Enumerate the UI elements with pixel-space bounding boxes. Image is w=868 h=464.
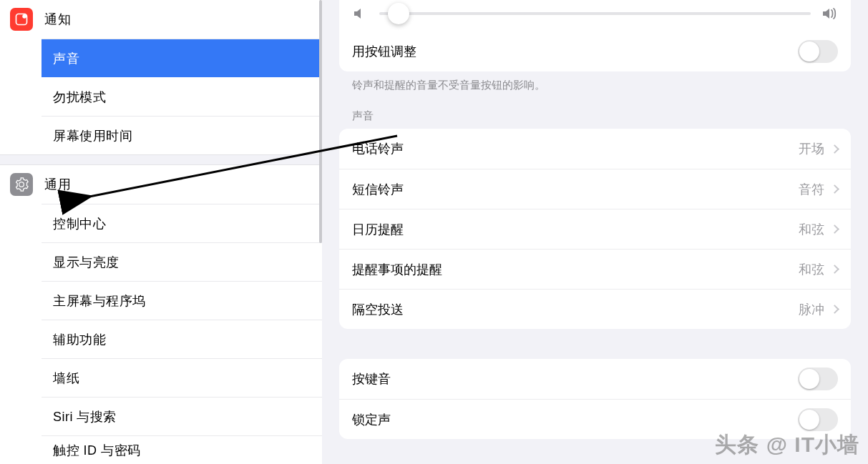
chevron-right-icon: [830, 144, 839, 154]
watermark: 头条 @ IT小墙: [715, 430, 859, 460]
settings-sidebar: 通知 声音 勿扰模式 屏幕使用时间 通用: [0, 0, 322, 464]
display-icon: AA: [10, 251, 33, 274]
svg-point-16: [16, 334, 27, 345]
cell-value: 音符: [799, 181, 824, 198]
svg-rect-15: [24, 303, 26, 305]
cell-label: 按键音: [352, 370, 391, 388]
sidebar-scrollbar[interactable]: [319, 0, 322, 243]
sidebar-divider: [0, 154, 322, 165]
svg-rect-14: [20, 303, 23, 305]
sidebar-item-label: 墙纸: [53, 370, 79, 387]
volume-slider-row[interactable]: [339, 0, 851, 31]
siri-icon: [10, 405, 33, 428]
svg-rect-12: [24, 300, 26, 302]
svg-point-5: [23, 224, 25, 227]
sidebar-item-label: 通用: [44, 176, 71, 193]
cell-airdrop[interactable]: 隔空投送 脉冲: [339, 289, 851, 329]
sidebar-item-accessibility[interactable]: 辅助功能: [42, 320, 322, 358]
homescreen-icon: [10, 290, 33, 312]
svg-rect-9: [24, 296, 26, 299]
svg-rect-10: [16, 300, 19, 302]
notification-icon: [10, 8, 33, 31]
chevron-right-icon: [830, 224, 839, 234]
svg-point-19: [20, 375, 22, 377]
cell-value: 和弦: [799, 261, 824, 278]
sidebar-item-display[interactable]: AA 显示与亮度: [42, 242, 322, 281]
sounds-block: 电话铃声 开场 短信铃声 音符 日历提醒 和弦 提醒事项的提醒 和弦 隔空投送 …: [339, 129, 851, 329]
sidebar-item-homescreen[interactable]: 主屏幕与程序坞: [42, 281, 322, 320]
sound-settings-detail: 用按钮调整 铃声和提醒的音量不受音量按钮的影响。 声音 电话铃声 开场 短信铃声…: [322, 0, 868, 464]
cell-texttone[interactable]: 短信铃声 音符: [339, 169, 851, 209]
footer-text: 铃声和提醒的音量不受音量按钮的影响。: [339, 71, 851, 92]
sidebar-item-label: 辅助功能: [53, 331, 106, 348]
cell-label: 短信铃声: [352, 181, 404, 198]
cell-keyboard-clicks[interactable]: 按键音: [339, 359, 851, 399]
sidebar-item-general[interactable]: 通用: [0, 165, 322, 204]
svg-rect-8: [20, 296, 23, 299]
cell-value: 开场: [799, 140, 824, 157]
sidebar-item-touchid[interactable]: 触控 ID 与密码: [42, 435, 322, 464]
sidebar-item-control-center[interactable]: 控制中心: [42, 204, 322, 242]
cell-ringtone[interactable]: 电话铃声 开场: [339, 129, 851, 169]
chevron-right-icon: [830, 305, 839, 314]
svg-point-23: [19, 414, 24, 419]
cell-reminder[interactable]: 提醒事项的提醒 和弦: [339, 249, 851, 289]
general-icon: [10, 173, 33, 196]
speaker-high-icon: [821, 5, 838, 22]
toggle-switch[interactable]: [798, 408, 838, 431]
touchid-icon: [10, 439, 33, 462]
sidebar-item-label: 声音: [53, 50, 79, 67]
sidebar-item-notifications[interactable]: 通知: [0, 0, 322, 39]
svg-point-18: [16, 373, 26, 382]
adjust-with-buttons-row[interactable]: 用按钮调整: [339, 31, 851, 71]
sidebar-item-siri[interactable]: Siri 与搜索: [42, 397, 322, 435]
cell-label: 提醒事项的提醒: [352, 261, 442, 278]
sidebar-item-label: 显示与亮度: [53, 254, 120, 271]
chevron-right-icon: [830, 184, 839, 194]
svg-point-1: [22, 14, 26, 19]
group-header-sounds: 声音: [339, 92, 851, 129]
sidebar-item-label: 控制中心: [53, 215, 106, 232]
sidebar-item-label: 主屏幕与程序坞: [53, 292, 146, 310]
control-center-icon: [10, 212, 33, 235]
speaker-low-icon: [352, 5, 369, 22]
toggles-block: 按键音 锁定声: [339, 359, 851, 439]
do-not-disturb-icon: [10, 86, 33, 109]
accessibility-icon: [10, 328, 33, 351]
sidebar-item-screentime[interactable]: 屏幕使用时间: [42, 116, 322, 154]
wallpaper-icon: [10, 367, 33, 390]
cell-value: 脉冲: [799, 301, 824, 318]
svg-rect-11: [20, 300, 23, 302]
cell-label: 隔空投送: [352, 301, 404, 318]
cell-label: 用按钮调整: [352, 43, 416, 60]
toggle-switch[interactable]: [798, 367, 838, 390]
sound-icon: [10, 47, 33, 70]
cell-label: 电话铃声: [352, 140, 404, 157]
sidebar-item-label: Siri 与搜索: [53, 408, 117, 425]
sidebar-item-label: 勿扰模式: [53, 89, 106, 106]
sidebar-item-label: 通知: [44, 11, 71, 28]
svg-rect-13: [16, 303, 19, 305]
cell-value: 和弦: [799, 221, 824, 238]
sidebar-item-label: 触控 ID 与密码: [53, 442, 141, 459]
sidebar-item-dnd[interactable]: 勿扰模式: [42, 77, 322, 116]
volume-block: 用按钮调整: [339, 0, 851, 71]
volume-slider[interactable]: [379, 12, 811, 15]
svg-point-17: [21, 335, 23, 337]
cell-calendar[interactable]: 日历提醒 和弦: [339, 209, 851, 249]
sidebar-item-wallpaper[interactable]: 墙纸: [42, 358, 322, 397]
sidebar-item-label: 屏幕使用时间: [53, 127, 132, 144]
cell-label: 日历提醒: [352, 221, 404, 238]
svg-point-21: [23, 378, 25, 380]
screentime-icon: [10, 124, 33, 147]
cell-label: 锁定声: [352, 411, 391, 428]
svg-point-20: [18, 378, 20, 380]
svg-point-3: [18, 220, 20, 222]
chevron-right-icon: [830, 265, 839, 274]
svg-text:AA: AA: [16, 257, 28, 267]
toggle-switch[interactable]: [798, 40, 838, 63]
svg-point-22: [17, 413, 26, 421]
sidebar-item-sound[interactable]: 声音: [42, 39, 322, 77]
svg-rect-7: [16, 296, 19, 299]
svg-rect-4: [16, 224, 26, 227]
